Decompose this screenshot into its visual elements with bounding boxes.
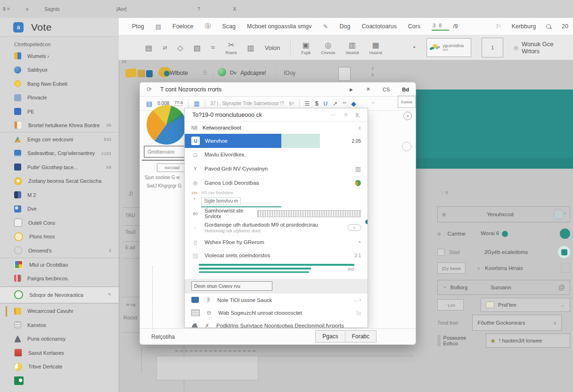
ribbon-button-fupk[interactable]: ▣ Fupk [301,41,311,55]
export-doc-icon[interactable]: ▥ [194,100,199,107]
sidebar-item[interactable]: Puna ooticnansy [0,332,119,346]
scroll-indicator[interactable] [365,220,368,224]
strip-item[interactable]: |Aor| [116,6,127,12]
menu-icon[interactable]: ☰ [203,70,207,76]
page-thumb[interactable] [338,67,351,81]
ghost-box-icon[interactable] [561,263,570,273]
panel-cell-haoten[interactable]: ◆ ! haoten3/t lorwee [486,334,570,348]
menu-item[interactable]: Scag [222,23,236,30]
sidebar-item[interactable]: Emgs corr eedcovni 543 [0,132,119,147]
panel-row-bawa[interactable]: [Dy bawa ∨ Koorlsrra Hrrais [437,262,570,274]
panel-cell-gockonears[interactable]: Fõuthe Gockonears ∨ [472,315,562,331]
sidebar-item[interactable]: Dve [0,202,119,216]
ribbon-button-roent[interactable]: ✂ Roent [226,41,237,55]
monitor-icon[interactable]: ▤ [146,100,152,107]
sidebar-item[interactable]: Sdoqor de Nevoiraotica ↰ [0,286,119,303]
help-icon[interactable]: ? [197,6,200,12]
panel-cell-pndtee[interactable]: Pnd'tee → [481,298,570,312]
ribbon-button-cnvvos[interactable]: ◎ Cnvvos [321,41,335,55]
panel-row-search[interactable]: ※ Yenuhxcod ° [437,206,570,222]
search-icon[interactable] [546,24,551,29]
grid-icon[interactable]: ▤ [156,23,161,30]
count-box[interactable]: 1 [482,38,503,57]
chevron-down-icon[interactable]: ∨ [477,266,480,271]
pgacs-button[interactable]: Pgacs [316,331,344,342]
sidebar-item[interactable]: Wecarrcoad Cavuhr [0,304,119,318]
sidebar-item[interactable]: Kanxtos [0,318,119,332]
sidebar-item[interactable]: Plons hnos [0,230,119,244]
popup-input[interactable] [191,281,272,291]
popup-item[interactable]: ◌ Gordanoge uth durtuedoob M9 ot prsrdod… [185,220,368,236]
clipboard-icon[interactable]: ▥ [355,165,361,172]
toggle-switch[interactable] [558,246,570,258]
sidebar-item[interactable]: Omoend's 3 [0,244,119,258]
sidebar-item[interactable]: Brortel hetulkene Khrea Bordrely 05 [0,119,119,133]
flag-icon[interactable]: ⚐ [496,23,501,30]
sidebar-item[interactable]: PE [0,105,119,119]
subbar-title[interactable]: Wlbote [170,70,188,76]
striped-scrollbar[interactable] [257,210,361,217]
menu-item[interactable]: Mcboet ongoasslia smgv [247,23,312,30]
close-icon[interactable]: X [233,6,236,12]
sidebar-item[interactable]: Mlul ur Ocobtliao [0,258,119,272]
popup-item[interactable]: ▤ Violeoat orets ooelndorstos 3.1 [185,249,368,262]
menu-item-right[interactable]: Kerbburg [512,23,536,30]
sidebar-item[interactable]: Pairgra becbncos. [0,271,119,286]
chevron-down-icon[interactable]: v [26,6,28,12]
pattern-icon[interactable]: ▧ [194,43,201,52]
subbar-key-label[interactable]: IOoy [284,70,295,76]
superscript-icon[interactable]: ªª [343,101,346,106]
pen-icon[interactable]: ✎ [323,23,328,30]
popup-item[interactable]: 80 Samhorwrist ste Srvlotx [185,207,368,220]
menu-item[interactable]: Ptog [132,23,144,30]
menu-item[interactable]: Foeloce [172,23,193,30]
drag-handle[interactable] [437,335,441,346]
sidebar-item[interactable]: Outeli Cons [0,216,119,230]
pill-icon[interactable]: ≡ [348,224,361,231]
mini-label-box[interactable]: ' Lov [437,299,464,310]
ribbon-view-label[interactable]: Voion [265,44,280,51]
popup-item[interactable]: Θ Wab Sogeuzchl unroat ctoooosctet 1g [185,306,368,319]
popup-item[interactable]: ◻ Mavlu Elvordkex. [185,148,368,161]
bd-button[interactable]: Bd [402,87,409,92]
swap-icon[interactable]: ⇄ [163,45,167,51]
close-icon[interactable]: ✕ [366,86,370,92]
popup-item[interactable]: ∃ Nole TiOl ussne Sauck … › [185,293,368,306]
popup-close[interactable]: 9, [356,112,360,118]
panel-row-bofiorg[interactable]: ◔ Bofiorg Suroann @ [437,280,570,295]
ribbon-button-veortot[interactable]: ▥ Veortot [345,41,359,55]
popup-item[interactable]: Y Pavod Grdi NV Cyvoatnyn ▥ [185,161,368,176]
sidebar-item[interactable]: Putle' Gicothep tace... X9 [0,160,119,174]
subbar-dv-label[interactable]: Dv [230,70,237,75]
panel-row-cartne[interactable]: ≡ Carrtne Worai 6 [437,227,570,240]
more-icon[interactable]: … › [353,297,361,302]
popup-item[interactable]: ✗ Podklrlns Sunytace Noontootwa Deeclonm… [185,319,368,328]
document-icon[interactable]: ▥ [247,43,254,52]
forabc-button[interactable]: Forabc [345,331,376,342]
sidebar-item[interactable]: Saout Kortaoes [0,346,119,360]
circled-a-icon[interactable]: ⓐ [205,22,211,31]
sidebar-item[interactable]: M 2 [0,188,119,202]
pin-icon[interactable]: ► [349,87,354,92]
circled-number[interactable]: 9 [403,112,412,120]
sidebar-item[interactable]: Plovacle [0,91,119,105]
sidebar-item[interactable]: Sabbyux [0,63,119,77]
sidebar-item[interactable]: Sadeavtbac, Cop'wleroantrey 2153 [0,147,119,161]
menu-item[interactable]: Coactotoarus [361,23,396,30]
underline-icon[interactable]: U [324,100,328,107]
side-box-eadoa[interactable]: Eadoa [398,96,416,108]
style-dropdown[interactable]: ygcerrednia twd [426,38,472,57]
menu-item[interactable]: Dog [339,23,350,30]
big-teal-dot-icon[interactable] [560,229,570,239]
popup-mini-rows[interactable]: 191 ▲ H3 cas fiordetew Sigte bonvtvu m [185,189,368,207]
wave-icon[interactable]: ≈ [211,43,215,52]
popup-item[interactable]: ▯ Wshex F9oe hy GRerom ◔ [185,236,368,249]
lines-icon[interactable]: ☰ [305,100,310,107]
clock-icon[interactable]: ◔ [411,43,416,52]
shape-icon[interactable]: ◇ [177,43,183,52]
mini-dropdown[interactable]: [Dy bawa [437,262,466,274]
sidebar-item[interactable]: Bang Nwe Eobeti [0,77,119,91]
comment-icon[interactable]: ▤ [145,43,152,52]
subbar-app-label[interactable]: Apdcapre! [240,70,266,76]
sidebar-item[interactable]: Zodany beonxa Sxcat Gecischa [0,174,119,188]
